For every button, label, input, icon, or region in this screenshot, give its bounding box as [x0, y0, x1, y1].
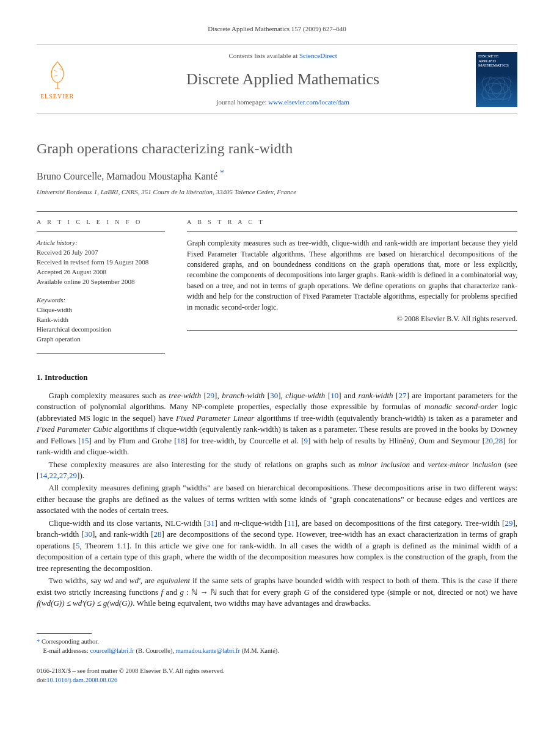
- t: : ℕ → ℕ such that for every graph: [184, 587, 304, 597]
- t: , Theorem 1.1]. In this article we give …: [37, 541, 517, 573]
- corresponding-asterisk-icon: *: [217, 169, 224, 178]
- ref-29[interactable]: 29: [206, 391, 214, 400]
- t: . While being equivalent, two widths may…: [133, 598, 371, 608]
- t: ] with help of results by Hliněný, Oum a…: [308, 436, 485, 445]
- abstract-label: A B S T R A C T: [187, 212, 517, 232]
- keyword-1: Clique-width: [37, 305, 165, 315]
- intro-para-3: All complexity measures defining graph "…: [37, 482, 517, 516]
- contents-available-line: Contents lists available at ScienceDirec…: [90, 51, 476, 60]
- t: and: [163, 587, 180, 597]
- clique-width-term: clique-width: [285, 391, 325, 400]
- contents-prefix: Contents lists available at: [229, 52, 299, 59]
- email-link-2[interactable]: mamadou.kante@labri.fr: [176, 647, 240, 654]
- fpc-term: Fixed Parameter Cubic: [37, 424, 112, 434]
- email-who-1: (B. Courcelle),: [134, 647, 176, 654]
- email-who-2: (M.M. Kanté).: [240, 647, 279, 654]
- banner-center: Contents lists available at ScienceDirec…: [90, 51, 476, 107]
- email-link-1[interactable]: courcell@labri.fr: [90, 647, 134, 654]
- ref-15[interactable]: 15: [81, 436, 89, 445]
- journal-homepage-line: journal homepage: www.elsevier.com/locat…: [90, 98, 476, 107]
- keywords-block: Keywords: Clique-width Rank-width Hierar…: [37, 296, 165, 344]
- keywords-head: Keywords:: [37, 296, 165, 305]
- t: Two widths, say: [49, 576, 104, 585]
- ref-18[interactable]: 18: [177, 436, 185, 445]
- t: Clique-width and its close variants, NLC…: [49, 518, 207, 528]
- homepage-prefix: journal homepage:: [216, 98, 268, 106]
- t: Graph complexity measures such as: [49, 391, 169, 400]
- t: ] for tree-width, by Courcelle et al. [: [185, 436, 304, 445]
- ref-29c[interactable]: 29: [505, 518, 512, 528]
- email-label: E-mail addresses:: [43, 647, 89, 654]
- svg-point-3: [492, 78, 512, 100]
- doi-link[interactable]: 10.1016/j.dam.2008.08.026: [46, 677, 117, 683]
- fpl-term: Fixed Parameter Linear: [176, 413, 254, 423]
- history-head: Article history:: [37, 238, 165, 248]
- intro-para-2: These complexity measures are also inter…: [37, 459, 517, 482]
- header-citation: Discrete Applied Mathematics 157 (2009) …: [37, 24, 517, 34]
- tree-width-term: tree-width: [169, 391, 201, 400]
- t: ]).: [77, 471, 84, 480]
- cover-title: DISCRETE APPLIED MATHEMATICS: [478, 54, 515, 68]
- minor-inclusion-term: minor inclusion: [359, 460, 410, 469]
- ref-30b[interactable]: 30: [84, 529, 92, 539]
- t: of the considered type (simple or not, d…: [310, 587, 517, 597]
- keyword-3: Hierarchical decomposition: [37, 325, 165, 335]
- ref-28[interactable]: 28: [495, 436, 503, 445]
- footnote-separator: [37, 633, 92, 634]
- keyword-4: Graph operation: [37, 335, 165, 344]
- vertex-minor-term: vertex-minor inclusion: [428, 460, 501, 469]
- publisher-name: ELSEVIER: [40, 92, 74, 101]
- ref-29b[interactable]: 29: [69, 471, 77, 480]
- abstract-bottom-rule: [187, 330, 517, 331]
- history-revised: Received in revised form 19 August 2008: [37, 258, 165, 267]
- asterisk-icon: *: [37, 638, 40, 645]
- journal-banner: ELSEVIER Contents lists available at Sci…: [37, 45, 517, 114]
- front-matter-line: 0166-218X/$ – see front matter © 2008 El…: [37, 667, 517, 676]
- t: These complexity measures are also inter…: [49, 460, 359, 469]
- ref-27b[interactable]: 27: [59, 471, 67, 480]
- affiliation: Université Bordeaux 1, LaBRI, CNRS, 351 …: [37, 187, 517, 197]
- doi-line: doi:10.1016/j.dam.2008.08.026: [37, 676, 517, 685]
- t: ], are based on decompositions of the fi…: [295, 518, 505, 528]
- ref-11[interactable]: 11: [287, 518, 295, 528]
- corresponding-author-note: * Corresponding author.: [37, 638, 517, 647]
- ref-14[interactable]: 14: [39, 471, 47, 480]
- t: algorithms if tree-width (equivalently b…: [254, 413, 517, 423]
- t: , are: [140, 576, 157, 585]
- svg-point-2: [481, 78, 501, 100]
- email-addresses-note: E-mail addresses: courcell@labri.fr (B. …: [37, 647, 517, 656]
- G-var: G: [304, 587, 310, 597]
- t: [: [264, 391, 270, 400]
- t: [: [201, 391, 206, 400]
- t: ] and: [338, 391, 358, 400]
- article-title: Graph operations characterizing rank-wid…: [37, 139, 517, 159]
- history-online: Available online 20 September 2008: [37, 277, 165, 287]
- abstract-copyright: © 2008 Elsevier B.V. All rights reserved…: [187, 314, 517, 324]
- t: -clique-width [: [239, 518, 287, 528]
- homepage-link[interactable]: www.elsevier.com/locate/dam: [268, 98, 349, 106]
- t: [: [325, 391, 330, 400]
- t: ] and: [214, 518, 233, 528]
- sciencedirect-link[interactable]: ScienceDirect: [299, 52, 337, 59]
- elsevier-tree-icon: [43, 58, 72, 91]
- branch-width-term: branch-width: [222, 391, 264, 400]
- authors-text: Bruno Courcelle, Mamadou Moustapha Kanté: [37, 171, 217, 181]
- ref-28b[interactable]: 28: [154, 529, 162, 539]
- ref-31[interactable]: 31: [206, 518, 214, 528]
- journal-title-large: Discrete Applied Mathematics: [90, 68, 476, 90]
- authors-line: Bruno Courcelle, Mamadou Moustapha Kanté…: [37, 167, 517, 184]
- t: ], and rank-width [: [92, 529, 154, 539]
- wd-var: wd: [104, 576, 113, 585]
- info-bottom-rule: [37, 353, 165, 354]
- article-history-block: Article history: Received 26 July 2007 R…: [37, 238, 165, 287]
- t: ],: [278, 391, 285, 400]
- inequality: f(wd(G)) ≤ wd′(G) ≤ g(wd(G)): [37, 598, 133, 608]
- ref-30[interactable]: 30: [270, 391, 278, 400]
- ref-10[interactable]: 10: [330, 391, 338, 400]
- wdp-var: wd′: [129, 576, 140, 585]
- ref-27[interactable]: 27: [398, 391, 406, 400]
- journal-cover-thumb: DISCRETE APPLIED MATHEMATICS: [476, 52, 517, 107]
- intro-para-4: Clique-width and its close variants, NLC…: [37, 518, 517, 574]
- ref-22[interactable]: 22: [49, 471, 57, 480]
- ref-20[interactable]: 20: [485, 436, 493, 445]
